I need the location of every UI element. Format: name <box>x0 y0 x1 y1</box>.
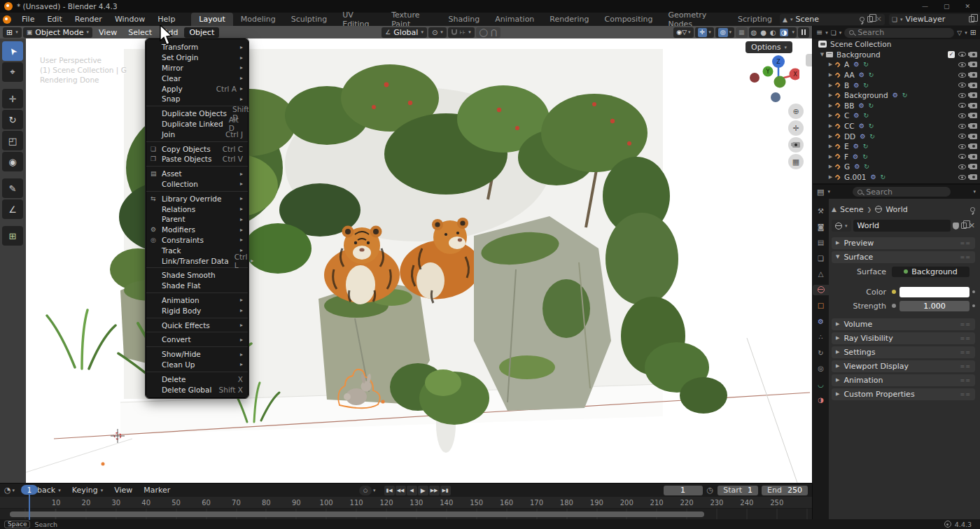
frame-start-field[interactable]: Start1 <box>718 486 758 495</box>
menu-item-relations[interactable]: Relations▸ <box>146 204 248 214</box>
eye-icon[interactable] <box>958 93 966 98</box>
eye-icon[interactable] <box>958 154 966 159</box>
gizmos-toggle[interactable]: ✛▾ <box>695 27 714 38</box>
workspace-tab-shading[interactable]: Shading <box>441 13 488 26</box>
tool-cursor[interactable]: ⌖ <box>2 62 23 82</box>
workspace-tab-modeling[interactable]: Modeling <box>233 13 284 26</box>
physics-icon[interactable]: ↻ <box>863 112 869 119</box>
physics-icon[interactable]: ↻ <box>881 174 886 181</box>
properties-search-input[interactable]: Search <box>853 187 951 197</box>
outliner-row-object[interactable]: ▶G⚙↻ <box>813 162 980 172</box>
tool-measure[interactable]: ∠ <box>2 199 23 219</box>
menu-item-clear[interactable]: Clear▸ <box>146 73 248 83</box>
menu-item-apply[interactable]: ApplyCtrl A▸ <box>146 83 248 94</box>
pause-render-button[interactable] <box>798 27 809 38</box>
jump-to-end-button[interactable]: ▶▮ <box>440 486 451 495</box>
workspace-tab-uv-editing[interactable]: UV Editing <box>335 13 384 26</box>
tool-scale[interactable]: ◰ <box>2 131 23 150</box>
menu-item-quick-effects[interactable]: Quick Effects▸ <box>146 320 248 330</box>
menu-edit[interactable]: Edit <box>41 13 68 26</box>
camera-icon[interactable] <box>969 72 977 78</box>
collapse-icon[interactable]: ▼ <box>818 52 826 57</box>
outliner-row-object[interactable]: ▶G.001⚙↻ <box>813 172 980 183</box>
modifier-wrench-icon[interactable]: ⚙ <box>853 143 859 150</box>
outliner-row-object[interactable]: ▶DD⚙↻ <box>813 131 980 141</box>
tool-annotate[interactable]: ✎ <box>2 178 23 198</box>
menu-view[interactable]: View <box>94 27 122 38</box>
physics-icon[interactable]: ↻ <box>863 61 869 68</box>
tab-tool[interactable]: ⚒ <box>813 206 829 216</box>
menu-item-delete[interactable]: DeleteX <box>146 374 248 384</box>
tab-object-data[interactable]: ◡ <box>813 379 829 390</box>
display-mode-icon[interactable]: ≡ <box>816 28 822 37</box>
play-button[interactable]: ▶ <box>418 486 428 495</box>
xray-toggle[interactable]: ▦ <box>736 27 748 38</box>
panel-preview[interactable]: ▶Preview== <box>832 237 975 249</box>
timeline-ruler[interactable]: 1020304050607080901001101201301401501601… <box>0 497 812 509</box>
menu-item-delete-global[interactable]: Delete GlobalShift X <box>146 384 248 395</box>
snap-dropdown[interactable]: ⊦⊦▾ <box>448 27 475 38</box>
outliner-row-object[interactable]: ▶F⚙↻ <box>813 152 980 162</box>
panel-animation[interactable]: ▶Animation== <box>832 374 975 386</box>
camera-icon[interactable] <box>969 92 977 98</box>
panel-volume[interactable]: ▶Volume== <box>832 318 975 330</box>
expand-icon[interactable]: ▶ <box>827 174 834 180</box>
menu-item-copy-objects[interactable]: ❏Copy ObjectsCtrl C <box>146 143 248 154</box>
fake-user-icon[interactable] <box>953 223 959 230</box>
show-object-types-dropdown[interactable]: ◉▽▾ <box>673 27 693 38</box>
menu-marker[interactable]: Marker <box>139 486 175 495</box>
expand-icon[interactable]: ▶ <box>827 143 834 149</box>
physics-icon[interactable]: ↻ <box>863 143 869 150</box>
ortho-toggle-button[interactable]: ▦ <box>788 154 804 169</box>
expand-icon[interactable]: ▶ <box>827 154 834 160</box>
animate-dot-icon[interactable] <box>972 304 975 307</box>
tab-particles[interactable]: ∴ <box>813 332 829 342</box>
new-collection-icon[interactable]: ⊞ <box>970 28 976 37</box>
new-viewlayer-icon[interactable] <box>969 16 974 22</box>
menu-item-set-origin[interactable]: Set Origin▸ <box>146 52 248 63</box>
eye-icon[interactable] <box>958 134 966 139</box>
camera-icon[interactable] <box>969 83 977 88</box>
workspace-tab-geometry-nodes[interactable]: Geometry Nodes <box>660 13 730 26</box>
physics-icon[interactable]: ↻ <box>863 82 869 89</box>
menu-item-asset[interactable]: ▤Asset▸ <box>146 169 248 179</box>
eye-icon[interactable] <box>958 124 966 129</box>
eye-icon[interactable] <box>958 83 966 87</box>
origin-dot[interactable] <box>102 463 105 466</box>
eye-icon[interactable] <box>958 103 966 108</box>
tab-scene[interactable]: △ <box>813 269 829 279</box>
outliner-row-object[interactable]: ▶B⚙↻ <box>813 80 980 90</box>
orientation-dropdown[interactable]: ∠Global▾ <box>382 27 427 38</box>
menu-item-shade-flat[interactable]: Shade Flat <box>146 281 248 291</box>
camera-icon[interactable] <box>969 154 977 160</box>
menu-object[interactable]: Object <box>184 27 219 38</box>
world-browse-button[interactable]: ▾ <box>832 220 851 232</box>
menu-item-rigid-body[interactable]: Rigid Body▸ <box>146 305 248 316</box>
outliner-row-object[interactable]: ▶C⚙↻ <box>813 111 980 121</box>
filter-id-icon[interactable]: ❏ <box>831 29 836 36</box>
expand-icon[interactable]: ▶ <box>827 123 834 129</box>
surface-value-button[interactable]: Background <box>892 267 969 277</box>
breadcrumb-world[interactable]: World <box>886 205 908 214</box>
viewport-3d[interactable]: User Perspective (1) Scene Collection | … <box>26 38 812 483</box>
outliner-row-object[interactable]: ▶CC⚙↻ <box>813 121 980 132</box>
current-frame-field[interactable]: 1 <box>664 486 703 495</box>
camera-icon[interactable] <box>969 174 977 180</box>
eye-icon[interactable] <box>958 113 966 118</box>
options-button[interactable]: Options ▾ <box>746 41 792 53</box>
menu-view[interactable]: View <box>109 486 137 495</box>
pivot-dropdown[interactable]: ⊙▾ <box>428 27 447 38</box>
properties-editor-icon[interactable]: ▤ <box>817 188 824 197</box>
menu-item-duplicate-linked[interactable]: Duplicate LinkedAlt D <box>146 119 248 129</box>
tab-output[interactable]: ▤ <box>813 237 829 248</box>
expand-icon[interactable]: ▶ <box>827 62 834 67</box>
filter-funnel-icon[interactable]: ▽ <box>957 29 962 36</box>
frame-end-field[interactable]: End250 <box>762 486 808 495</box>
physics-icon[interactable]: ↻ <box>864 163 869 170</box>
tool-rotate[interactable]: ↻ <box>2 110 23 129</box>
workspace-tab-animation[interactable]: Animation <box>487 13 542 26</box>
camera-view-button[interactable] <box>788 137 804 153</box>
menu-item-library-override[interactable]: ⇆Library Override▸ <box>146 193 248 204</box>
timeline-track[interactable] <box>0 509 812 520</box>
shading-rendered-icon[interactable]: ◑ <box>780 29 789 36</box>
